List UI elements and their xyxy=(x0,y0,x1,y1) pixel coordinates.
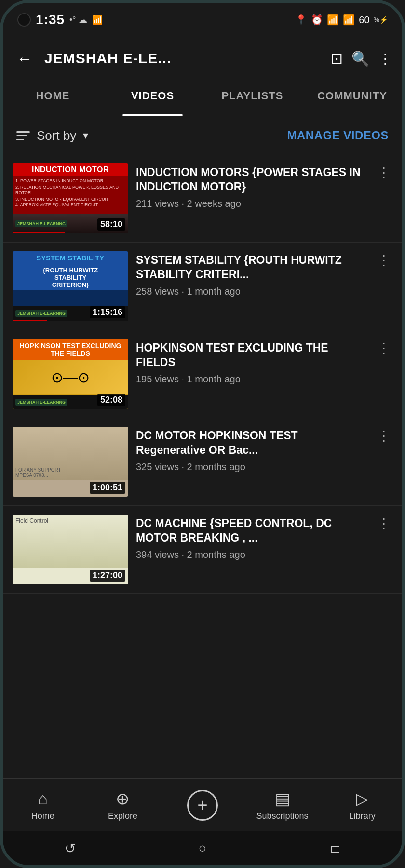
header-icons: ⊡ 🔍 ⋮ xyxy=(331,50,392,67)
video-title-2: SYSTEM STABILITY {ROUTH HURWITZ STABILIT… xyxy=(136,253,367,282)
video-more-button-4[interactable]: ⋮ xyxy=(375,428,392,444)
chevron-down-icon: ▾ xyxy=(83,129,88,142)
channel-header: ← JEMSHAH E-LE... ⊡ 🔍 ⋮ xyxy=(3,37,402,80)
thumb-body-3: ⊙—⊙ xyxy=(13,360,128,394)
tab-videos[interactable]: VIDEOS xyxy=(103,80,202,116)
sort-icon xyxy=(16,131,30,140)
video-item[interactable]: HOPKINSON TEST EXCLUDING THE FIELDS ⊙—⊙ … xyxy=(3,330,402,418)
video-info-3: HOPKINSON TEST EXCLUDING THE FIELDS 195 … xyxy=(136,339,367,385)
video-more-button-3[interactable]: ⋮ xyxy=(375,340,392,356)
bottom-nav: ⌂ Home ⊕ Explore + ▤ Subscriptions ▷ Lib… xyxy=(3,778,402,831)
video-item[interactable]: SYSTEM STABILITY {ROUTH HURWITZSTABILITY… xyxy=(3,243,402,330)
alarm-icon: ⏰ xyxy=(311,14,323,26)
status-left: 1:35 •° ☁ 📶 xyxy=(17,12,103,27)
nav-home[interactable]: ⌂ Home xyxy=(3,779,83,831)
nav-subscriptions-label: Subscriptions xyxy=(256,811,309,821)
thumb-notes-5: Field Control xyxy=(15,517,48,524)
video-title-5: DC MACHINE {SPEED CONTROL, DC MOTOR BREA… xyxy=(136,516,367,545)
battery-level: 60 xyxy=(359,14,369,26)
video-duration-1: 58:10 xyxy=(97,218,125,231)
video-title-3: HOPKINSON TEST EXCLUDING THE FIELDS xyxy=(136,341,367,370)
video-info-2: SYSTEM STABILITY {ROUTH HURWITZ STABILIT… xyxy=(136,251,367,297)
android-nav: ↺ ○ ⊏ xyxy=(3,831,402,865)
search-icon[interactable]: 🔍 xyxy=(351,50,369,67)
video-thumbnail: FOR ANY SUPPORTMPESA 0703... 1:00:51 xyxy=(13,427,128,497)
android-back-button[interactable]: ↺ xyxy=(65,841,76,856)
thumb-text-4: FOR ANY SUPPORTMPESA 0703... xyxy=(15,467,61,478)
nav-create[interactable]: + xyxy=(162,779,243,831)
thumb-title-2: SYSTEM STABILITY xyxy=(13,251,128,265)
manage-videos-button[interactable]: MANAGE VIDEOS xyxy=(287,129,389,142)
more-options-icon[interactable]: ⋮ xyxy=(378,50,392,67)
nav-library[interactable]: ▷ Library xyxy=(322,779,402,831)
weather-icon: •° ☁ xyxy=(69,14,87,25)
status-bar: 1:35 •° ☁ 📶 📍 ⏰ 📶 📶 60 %⚡ xyxy=(3,3,402,37)
channel-title: JEMSHAH E-LE... xyxy=(44,50,323,67)
android-home-button[interactable]: ○ xyxy=(199,841,207,856)
video-duration-4: 1:00:51 xyxy=(90,482,125,494)
video-more-button-2[interactable]: ⋮ xyxy=(375,252,392,268)
video-thumbnail: Field Control 1:27:00 xyxy=(13,515,128,584)
subscriptions-icon: ▤ xyxy=(275,789,290,808)
video-duration-5: 1:27:00 xyxy=(90,570,125,582)
video-info-5: DC MACHINE {SPEED CONTROL, DC MOTOR BREA… xyxy=(136,515,367,560)
nav-library-label: Library xyxy=(349,811,376,821)
video-meta-5: 394 views · 2 months ago xyxy=(136,549,367,560)
signal-bars-icon: 📶 xyxy=(343,14,355,26)
video-thumbnail: INDUCTION MOTOR 1. POWER STAGES IN INDUC… xyxy=(13,163,128,233)
tab-playlists[interactable]: PLAYLISTS xyxy=(202,80,302,116)
thumb-body-5: Field Control xyxy=(13,515,128,568)
sort-by-button[interactable]: Sort by ▾ xyxy=(16,128,88,143)
video-title-1: INDUCTION MOTORS {POWER STAGES IN INDUCT… xyxy=(136,165,367,194)
battery-icon: %⚡ xyxy=(374,16,388,24)
home-icon: ⌂ xyxy=(38,789,48,808)
video-more-button-1[interactable]: ⋮ xyxy=(375,164,392,180)
wifi-icon: 📶 xyxy=(327,14,339,26)
nav-explore[interactable]: ⊕ Explore xyxy=(83,779,163,831)
video-meta-4: 325 views · 2 months ago xyxy=(136,461,367,473)
thumb-diagram-3: ⊙—⊙ xyxy=(51,369,90,386)
video-title-4: DC MOTOR HOPKINSON TEST Regenerative OR … xyxy=(136,429,367,458)
android-recent-button[interactable]: ⊏ xyxy=(329,841,340,856)
progress-bar-2 xyxy=(13,320,47,321)
camera-dot xyxy=(17,13,31,27)
video-item[interactable]: Field Control 1:27:00 DC MACHINE {SPEED … xyxy=(3,506,402,594)
channel-logo-2: JEMSHAH E-LEARNNG xyxy=(15,310,68,317)
tab-community[interactable]: COMMUNITY xyxy=(302,80,402,116)
video-list: INDUCTION MOTOR 1. POWER STAGES IN INDUC… xyxy=(3,155,402,778)
sort-by-label: Sort by xyxy=(37,128,76,143)
thumb-subtitle-2: {ROUTH HURWITZSTABILITYCRITERION} xyxy=(13,265,128,290)
status-time: 1:35 xyxy=(36,12,65,27)
video-item[interactable]: INDUCTION MOTOR 1. POWER STAGES IN INDUC… xyxy=(3,155,402,243)
video-meta-1: 211 views · 2 weeks ago xyxy=(136,198,367,209)
video-info-4: DC MOTOR HOPKINSON TEST Regenerative OR … xyxy=(136,427,367,473)
progress-bar-1 xyxy=(13,232,65,233)
video-meta-2: 258 views · 1 month ago xyxy=(136,286,367,297)
video-meta-3: 195 views · 1 month ago xyxy=(136,374,367,385)
cast-icon[interactable]: ⊡ xyxy=(331,50,343,67)
video-item[interactable]: FOR ANY SUPPORTMPESA 0703... 1:00:51 DC … xyxy=(3,418,402,506)
status-icons: 📍 ⏰ 📶 📶 60 %⚡ xyxy=(295,14,388,26)
signal-icon: 📶 xyxy=(92,14,103,25)
nav-explore-label: Explore xyxy=(108,811,137,821)
video-thumbnail: HOPKINSON TEST EXCLUDING THE FIELDS ⊙—⊙ … xyxy=(13,339,128,409)
nav-home-label: Home xyxy=(31,811,54,821)
video-more-button-5[interactable]: ⋮ xyxy=(375,515,392,531)
explore-icon: ⊕ xyxy=(116,789,129,808)
channel-logo-3: JEMSHAH E-LEARNNG xyxy=(15,399,68,406)
thumb-title-1: INDUCTION MOTOR xyxy=(13,163,128,176)
video-thumbnail: SYSTEM STABILITY {ROUTH HURWITZSTABILITY… xyxy=(13,251,128,321)
location-icon: 📍 xyxy=(295,14,307,26)
sort-bar: Sort by ▾ MANAGE VIDEOS xyxy=(3,116,402,155)
back-button[interactable]: ← xyxy=(13,45,37,72)
nav-subscriptions[interactable]: ▤ Subscriptions xyxy=(243,779,323,831)
tab-home[interactable]: HOME xyxy=(3,80,103,116)
thumb-title-3: HOPKINSON TEST EXCLUDING THE FIELDS xyxy=(13,339,128,360)
thumb-body-4: FOR ANY SUPPORTMPESA 0703... xyxy=(13,427,128,480)
video-duration-2: 1:15:16 xyxy=(90,306,125,318)
tab-bar: HOME VIDEOS PLAYLISTS COMMUNITY xyxy=(3,80,402,116)
thumb-subtitles-1: 1. POWER STAGES IN INDUCTION MOTOR 2. RE… xyxy=(13,176,128,210)
library-icon: ▷ xyxy=(356,789,368,808)
video-info-1: INDUCTION MOTORS {POWER STAGES IN INDUCT… xyxy=(136,163,367,209)
create-icon: + xyxy=(187,790,218,821)
